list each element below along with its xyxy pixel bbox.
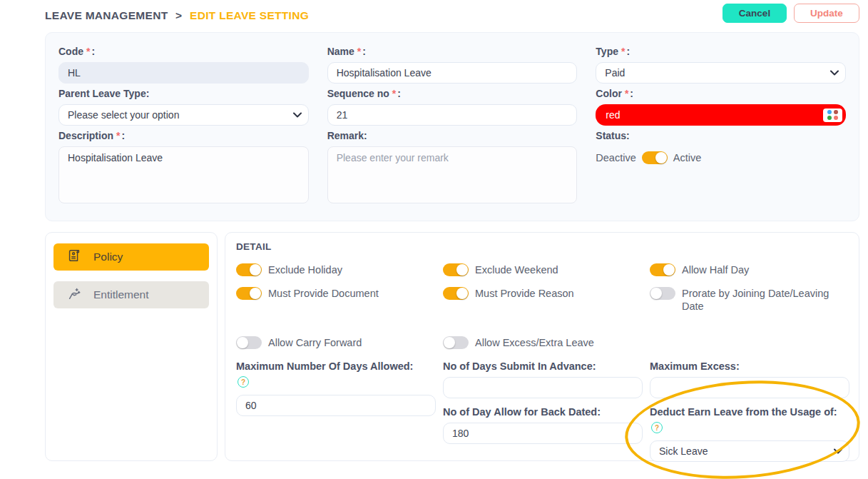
sequence-no-group: Sequence no*: xyxy=(327,84,578,126)
name-label: Name*: xyxy=(327,46,578,57)
detail-panel: DETAIL Exclude Holiday Exclude Weekend A… xyxy=(225,232,859,461)
exclude-holiday-toggle[interactable] xyxy=(236,263,262,276)
status-label: Status: xyxy=(596,130,846,141)
prorate-toggle[interactable] xyxy=(650,287,675,300)
toggle-allow-excess-leave: Allow Excess/Extra Leave xyxy=(443,336,643,349)
edit-leave-setting-page: LEAVE MANAGEMENT > EDIT LEAVE SETTING Ca… xyxy=(0,0,868,479)
description-group: Description*: Hospitalisation Leave xyxy=(58,126,309,206)
allow-excess-leave-toggle[interactable] xyxy=(443,336,469,349)
allow-half-day-toggle[interactable] xyxy=(650,263,675,276)
parent-leave-type-label: Parent Leave Type: xyxy=(58,88,309,99)
excess-deduct-group: Maximum Excess: Deduct Earn Leave from t… xyxy=(650,360,849,462)
detail-fields: Maximum Number Of Days Allowed: ? No of … xyxy=(236,360,848,462)
status-toggle-row: Deactive Active xyxy=(596,151,846,164)
name-input[interactable] xyxy=(327,62,578,84)
description-label: Description*: xyxy=(58,130,309,141)
sequence-no-input[interactable] xyxy=(327,104,578,126)
name-field-group: Name*: xyxy=(327,41,578,84)
toggle-grid: Exclude Holiday Exclude Weekend Allow Ha… xyxy=(236,263,848,349)
code-label: Code*: xyxy=(58,46,309,57)
help-icon[interactable]: ? xyxy=(651,422,663,433)
toggle-allow-carry-forward: Allow Carry Forward xyxy=(236,336,436,349)
tab-policy[interactable]: Policy xyxy=(53,243,209,271)
submit-in-advance-label: No of Days Submit In Advance: xyxy=(443,360,643,373)
maximum-excess-input[interactable] xyxy=(650,377,849,398)
breadcrumb: LEAVE MANAGEMENT > EDIT LEAVE SETTING xyxy=(45,9,309,22)
cancel-button[interactable]: Cancel xyxy=(723,4,787,23)
must-provide-reason-toggle[interactable] xyxy=(443,287,469,300)
parent-leave-type-select[interactable]: Please select your option xyxy=(58,104,309,126)
max-days-allowed-group: Maximum Number Of Days Allowed: ? xyxy=(236,360,436,416)
maximum-excess-label: Maximum Excess: xyxy=(650,360,849,373)
help-icon[interactable]: ? xyxy=(238,376,249,388)
exclude-weekend-toggle[interactable] xyxy=(443,263,469,276)
color-value: red xyxy=(606,109,823,121)
policy-scroll-icon xyxy=(66,248,82,266)
back-dated-input[interactable] xyxy=(443,423,643,444)
leave-setting-form: Code*: Name*: Type*: Paid xyxy=(45,32,859,221)
color-field-group: Color*: red xyxy=(596,84,846,126)
sequence-no-label: Sequence no*: xyxy=(327,88,578,99)
required-marker: * xyxy=(86,46,90,57)
deduct-earn-leave-select[interactable]: Sick Leave xyxy=(650,440,849,462)
toggle-must-provide-document: Must Provide Document xyxy=(236,287,436,313)
required-marker: * xyxy=(621,46,625,57)
settings-tabs-sidebar: Policy Entitlement xyxy=(45,232,218,461)
color-palette-icon[interactable] xyxy=(823,109,842,122)
parent-leave-type-group: Parent Leave Type: Please select your op… xyxy=(58,84,309,126)
max-days-allowed-label: Maximum Number Of Days Allowed: xyxy=(236,360,436,373)
remark-textarea[interactable] xyxy=(327,146,578,203)
update-button[interactable]: Update xyxy=(794,4,859,23)
tab-entitlement-label: Entitlement xyxy=(93,288,149,301)
type-label: Type*: xyxy=(596,46,846,57)
detail-title: DETAIL xyxy=(236,241,848,252)
required-marker: * xyxy=(116,130,120,141)
breadcrumb-separator: > xyxy=(175,9,182,21)
status-active-label: Active xyxy=(673,152,702,163)
type-select[interactable]: Paid xyxy=(596,62,846,84)
color-label: Color*: xyxy=(596,88,846,99)
header-actions: Cancel Update xyxy=(723,4,859,23)
toggle-allow-half-day: Allow Half Day xyxy=(650,263,849,276)
entitlement-hand-icon xyxy=(66,286,82,304)
status-deactive-label: Deactive xyxy=(596,152,635,163)
status-group: Status: Deactive Active xyxy=(596,126,846,206)
tab-policy-label: Policy xyxy=(93,251,123,263)
color-picker-field[interactable]: red xyxy=(596,104,846,126)
back-dated-label: No of Day Allow for Back Dated: xyxy=(443,406,643,418)
status-toggle[interactable] xyxy=(642,151,668,164)
deduct-earn-leave-label: Deduct Earn Leave from the Usage of: xyxy=(650,406,849,418)
remark-group: Remark: xyxy=(327,126,578,206)
required-marker: * xyxy=(392,88,396,99)
required-marker: * xyxy=(625,88,628,99)
advance-backdated-group: No of Days Submit In Advance: No of Day … xyxy=(443,360,643,444)
toggle-exclude-weekend: Exclude Weekend xyxy=(443,263,643,276)
code-field-group: Code*: xyxy=(58,41,309,84)
toggle-exclude-holiday: Exclude Holiday xyxy=(236,263,436,276)
breadcrumb-parent[interactable]: LEAVE MANAGEMENT xyxy=(45,9,168,21)
remark-label: Remark: xyxy=(327,130,578,141)
type-field-group: Type*: Paid xyxy=(596,41,846,84)
max-days-allowed-input[interactable] xyxy=(236,395,436,416)
tab-entitlement[interactable]: Entitlement xyxy=(53,281,209,308)
submit-in-advance-input[interactable] xyxy=(443,377,643,398)
required-marker: * xyxy=(357,46,361,57)
allow-carry-forward-toggle[interactable] xyxy=(236,336,262,349)
code-input[interactable] xyxy=(58,62,309,84)
breadcrumb-current: EDIT LEAVE SETTING xyxy=(190,9,309,21)
toggle-must-provide-reason: Must Provide Reason xyxy=(443,287,643,313)
toggle-prorate-by-joining-date: Prorate by Joining Date/Leaving Date xyxy=(650,287,849,313)
description-textarea[interactable]: Hospitalisation Leave xyxy=(58,146,309,203)
must-provide-document-toggle[interactable] xyxy=(236,287,262,300)
